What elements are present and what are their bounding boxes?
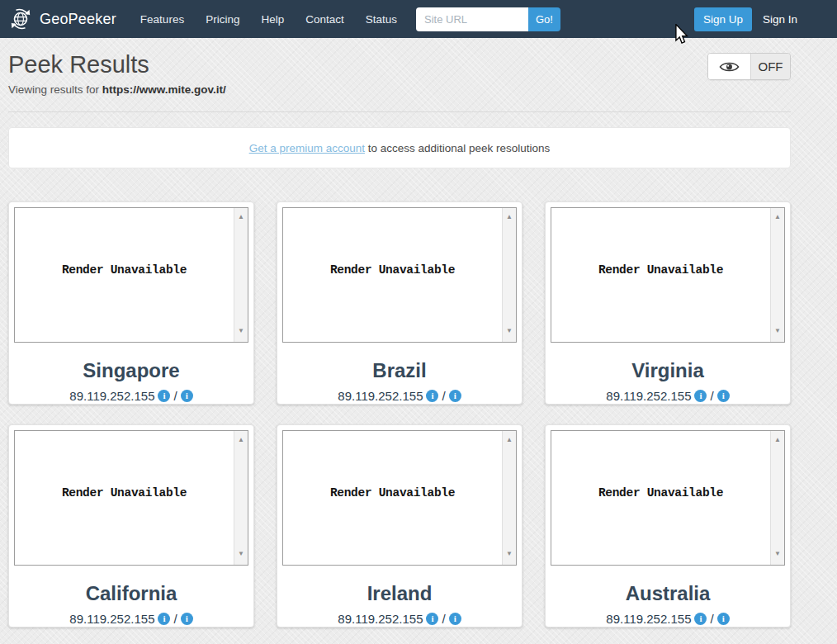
ip-address: 89.119.252.155: [338, 612, 423, 626]
render-status: Render Unavailable: [15, 486, 234, 500]
ip-separator: /: [710, 612, 713, 626]
main-container: Peek Results Viewing results for https:/…: [8, 51, 791, 627]
eye-icon: [719, 60, 740, 73]
scroll-up-icon[interactable]: ▲: [771, 437, 784, 443]
brand-link[interactable]: GeoPeeker: [8, 7, 116, 31]
ip-separator: /: [442, 389, 445, 403]
premium-account-link[interactable]: Get a premium account: [249, 142, 365, 154]
info-icon[interactable]: i: [717, 390, 730, 402]
go-button[interactable]: Go!: [528, 7, 560, 31]
render-frame[interactable]: Render Unavailable ▲ ▼: [551, 207, 785, 343]
nav-item-features[interactable]: Features: [130, 13, 195, 26]
page-header: Peek Results Viewing results for https:/…: [8, 51, 791, 96]
info-icon[interactable]: i: [717, 613, 730, 625]
location-card: Render Unavailable ▲ ▼ California 89.119…: [8, 424, 254, 627]
nav-right: Sign Up Sign In: [694, 7, 797, 31]
location-card: Render Unavailable ▲ ▼ Ireland 89.119.25…: [277, 424, 523, 627]
visibility-toggle: OFF: [707, 53, 791, 80]
page-title: Peek Results: [8, 51, 707, 78]
info-icon[interactable]: i: [181, 613, 193, 625]
info-icon[interactable]: i: [694, 390, 707, 402]
scroll-down-icon[interactable]: ▼: [503, 328, 516, 334]
scroll-up-icon[interactable]: ▲: [234, 214, 248, 220]
frame-scrollbar[interactable]: ▲ ▼: [502, 208, 516, 342]
ip-line: 89.119.252.155 i / i: [14, 389, 248, 403]
info-icon[interactable]: i: [158, 613, 170, 625]
render-frame[interactable]: Render Unavailable ▲ ▼: [282, 207, 517, 343]
viewed-url: https://www.mite.gov.it/: [102, 83, 226, 96]
frame-scrollbar[interactable]: ▲ ▼: [502, 431, 516, 565]
scroll-up-icon[interactable]: ▲: [503, 437, 516, 443]
render-frame[interactable]: Render Unavailable ▲ ▼: [282, 430, 517, 566]
results-grid: Render Unavailable ▲ ▼ Singapore 89.119.…: [8, 201, 791, 627]
frame-scrollbar[interactable]: ▲ ▼: [234, 208, 248, 342]
sign-up-button[interactable]: Sign Up: [694, 7, 752, 31]
brand-name: GeoPeeker: [40, 11, 116, 28]
info-icon[interactable]: i: [449, 613, 461, 625]
visibility-eye-button[interactable]: [708, 54, 750, 79]
nav-item-contact[interactable]: Contact: [295, 13, 355, 26]
nav-item-pricing[interactable]: Pricing: [195, 13, 250, 26]
ip-address: 89.119.252.155: [606, 612, 691, 626]
visibility-off-button[interactable]: OFF: [750, 54, 790, 79]
subtitle-prefix: Viewing results for: [8, 83, 102, 96]
scroll-down-icon[interactable]: ▼: [771, 551, 784, 557]
site-url-input[interactable]: [416, 7, 528, 31]
premium-banner: Get a premium account to access addition…: [8, 127, 791, 168]
scroll-down-icon[interactable]: ▼: [771, 328, 784, 334]
ip-line: 89.119.252.155 i / i: [14, 612, 248, 626]
ip-separator: /: [710, 389, 713, 403]
scroll-down-icon[interactable]: ▼: [234, 551, 248, 557]
ip-address: 89.119.252.155: [69, 612, 154, 626]
info-icon[interactable]: i: [426, 390, 438, 402]
header-divider: [8, 111, 791, 112]
navbar: GeoPeeker Features Pricing Help Contact …: [0, 0, 837, 38]
info-icon[interactable]: i: [426, 613, 438, 625]
location-name: Brazil: [282, 359, 517, 383]
location-name: Ireland: [282, 582, 517, 606]
header-text: Peek Results Viewing results for https:/…: [8, 51, 707, 96]
info-icon[interactable]: i: [694, 613, 707, 625]
location-name: Virginia: [551, 359, 785, 383]
render-status: Render Unavailable: [15, 263, 234, 277]
page-subtitle: Viewing results for https://www.mite.gov…: [8, 83, 707, 96]
scroll-down-icon[interactable]: ▼: [234, 328, 248, 334]
location-card: Render Unavailable ▲ ▼ Virginia 89.119.2…: [545, 201, 791, 405]
location-name: Australia: [551, 582, 785, 606]
scroll-up-icon[interactable]: ▲: [234, 437, 248, 443]
render-frame[interactable]: Render Unavailable ▲ ▼: [551, 430, 785, 566]
location-name: Singapore: [14, 359, 248, 383]
frame-scrollbar[interactable]: ▲ ▼: [770, 431, 784, 565]
ip-line: 89.119.252.155 i / i: [282, 389, 517, 403]
location-card: Render Unavailable ▲ ▼ Singapore 89.119.…: [8, 201, 254, 405]
ip-address: 89.119.252.155: [69, 389, 154, 403]
frame-scrollbar[interactable]: ▲ ▼: [770, 208, 784, 342]
ip-line: 89.119.252.155 i / i: [282, 612, 517, 626]
scroll-down-icon[interactable]: ▼: [503, 551, 516, 557]
frame-scrollbar[interactable]: ▲ ▼: [234, 431, 248, 565]
ip-separator: /: [442, 612, 445, 626]
ip-line: 89.119.252.155 i / i: [551, 612, 785, 626]
nav-item-status[interactable]: Status: [355, 13, 408, 26]
banner-rest-text: to access additional peek resolutions: [365, 142, 550, 154]
site-url-search-group: Go!: [416, 7, 560, 31]
nav-item-help[interactable]: Help: [250, 13, 295, 26]
ip-separator: /: [173, 612, 177, 626]
render-frame[interactable]: Render Unavailable ▲ ▼: [14, 430, 248, 566]
ip-separator: /: [173, 389, 177, 403]
sign-in-link[interactable]: Sign In: [763, 13, 797, 26]
scroll-up-icon[interactable]: ▲: [503, 214, 516, 220]
info-icon[interactable]: i: [181, 390, 193, 402]
scroll-up-icon[interactable]: ▲: [771, 214, 784, 220]
nav-menu: Features Pricing Help Contact Status: [130, 13, 408, 26]
info-icon[interactable]: i: [449, 390, 461, 402]
render-status: Render Unavailable: [283, 263, 502, 277]
ip-line: 89.119.252.155 i / i: [551, 389, 785, 403]
render-status: Render Unavailable: [283, 486, 502, 500]
location-card: Render Unavailable ▲ ▼ Australia 89.119.…: [545, 424, 791, 627]
render-status: Render Unavailable: [551, 263, 770, 277]
info-icon[interactable]: i: [158, 390, 170, 402]
ip-address: 89.119.252.155: [606, 389, 691, 403]
render-frame[interactable]: Render Unavailable ▲ ▼: [14, 207, 248, 343]
banner-text: Get a premium account to access addition…: [249, 142, 551, 154]
